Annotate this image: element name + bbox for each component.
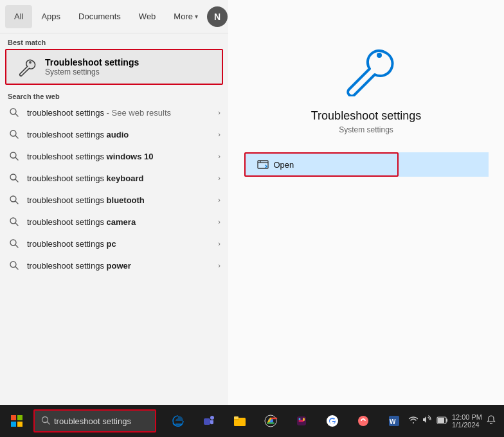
svg-line-13 xyxy=(15,223,18,226)
notification-area: 12:00 PM1/1/2024 xyxy=(408,413,501,429)
search-item-text: troubleshoot settings power xyxy=(27,261,212,271)
clock: 12:00 PM1/1/2024 xyxy=(452,413,482,429)
chevron-right-icon: › xyxy=(218,174,221,182)
tab-web[interactable]: Web xyxy=(130,5,165,28)
svg-line-3 xyxy=(15,114,18,116)
left-panel: All Apps Documents Web More ▾ N xyxy=(0,0,228,405)
chrome-icon[interactable] xyxy=(256,407,285,435)
chevron-right-icon: › xyxy=(218,262,221,269)
list-item[interactable]: troubleshoot settings camera › xyxy=(0,211,228,233)
windows-logo-icon xyxy=(10,415,23,427)
open-button-wrap: Open xyxy=(244,152,489,177)
svg-line-11 xyxy=(15,201,18,204)
svg-line-9 xyxy=(15,179,18,182)
search-item-text: troubleshoot settings pc xyxy=(27,239,212,249)
best-match-text-block: Troubleshoot settings System settings xyxy=(45,57,139,76)
teams-icon[interactable] xyxy=(195,407,223,435)
volume-icon[interactable] xyxy=(422,415,433,427)
taskbar-search-text: troubleshoot settings xyxy=(54,416,131,426)
wifi-icon[interactable] xyxy=(408,415,419,427)
svg-rect-23 xyxy=(17,422,22,427)
search-item-text: troubleshoot settings windows 10 xyxy=(27,152,212,161)
search-item-text: troubleshoot settings camera xyxy=(27,217,212,227)
taskbar-search-box[interactable]: troubleshoot settings xyxy=(33,409,156,433)
right-panel-subtitle: System settings xyxy=(339,125,393,134)
svg-point-1 xyxy=(29,61,32,64)
tab-apps[interactable]: Apps xyxy=(32,5,69,28)
taskbar-icons: W xyxy=(164,407,408,435)
list-item[interactable]: troubleshoot settings keyboard › xyxy=(0,167,228,189)
chevron-right-icon: › xyxy=(218,196,221,204)
search-web-label: Search the web xyxy=(0,89,228,102)
edge-icon[interactable] xyxy=(164,407,192,435)
start-button[interactable] xyxy=(3,407,31,435)
search-popup: All Apps Documents Web More ▾ N xyxy=(0,0,504,437)
best-match-title: Troubleshoot settings xyxy=(45,57,139,67)
chevron-right-icon: › xyxy=(218,218,221,226)
tabs-bar: All Apps Documents Web More ▾ N xyxy=(0,0,228,33)
taskbar-search-icon xyxy=(41,416,50,427)
paint-icon[interactable] xyxy=(349,407,377,435)
chevron-right-icon: › xyxy=(218,152,221,160)
search-icon xyxy=(8,237,21,250)
search-icon xyxy=(8,150,21,163)
svg-line-5 xyxy=(15,136,18,138)
svg-rect-21 xyxy=(17,415,22,420)
tab-documents[interactable]: Documents xyxy=(69,5,130,28)
svg-point-27 xyxy=(210,416,214,420)
svg-rect-42 xyxy=(438,418,444,423)
svg-point-18 xyxy=(377,53,382,58)
search-icon xyxy=(8,106,21,119)
list-item[interactable]: troubleshoot settings pc › xyxy=(0,233,228,254)
chevron-down-icon: ▾ xyxy=(195,13,198,20)
svg-line-7 xyxy=(15,157,18,160)
svg-line-25 xyxy=(48,422,50,424)
search-item-text: troubleshoot settings bluetooth xyxy=(27,195,212,205)
notifications-icon[interactable] xyxy=(486,415,496,427)
battery-icon[interactable] xyxy=(437,415,448,427)
open-icon xyxy=(257,160,269,169)
right-panel-title: Troubleshoot settings xyxy=(311,109,421,123)
svg-point-37 xyxy=(363,418,364,420)
search-icon xyxy=(8,193,21,206)
svg-line-17 xyxy=(15,267,18,269)
user-avatar[interactable]: N xyxy=(207,6,228,27)
search-icon xyxy=(8,215,21,228)
svg-text:W: W xyxy=(390,418,396,425)
svg-point-36 xyxy=(358,416,368,426)
best-match-label: Best match xyxy=(0,33,228,49)
svg-line-15 xyxy=(15,245,18,247)
search-item-text: troubleshoot settings - See web results xyxy=(27,108,212,118)
svg-point-34 xyxy=(298,418,300,420)
file-explorer-icon[interactable] xyxy=(226,407,254,435)
list-item[interactable]: troubleshoot settings power › xyxy=(0,254,228,276)
wrench-icon xyxy=(14,55,37,78)
tab-all[interactable]: All xyxy=(5,5,32,28)
svg-rect-22 xyxy=(11,422,16,427)
search-icon xyxy=(8,172,21,184)
tab-more[interactable]: More ▾ xyxy=(165,5,207,28)
chevron-right-icon: › xyxy=(218,130,221,138)
chevron-right-icon: › xyxy=(218,240,221,247)
chevron-right-icon: › xyxy=(218,109,221,116)
slack-icon[interactable] xyxy=(287,407,316,435)
google-icon[interactable] xyxy=(318,407,346,435)
svg-rect-41 xyxy=(446,419,447,422)
search-icon xyxy=(8,128,21,141)
list-item[interactable]: troubleshoot settings windows 10 › xyxy=(0,145,228,167)
list-item[interactable]: troubleshoot settings bluetooth › xyxy=(0,189,228,211)
taskbar: troubleshoot settings xyxy=(0,405,504,437)
best-match-subtitle: System settings xyxy=(45,67,139,76)
search-item-text: troubleshoot settings audio xyxy=(27,130,212,139)
svg-rect-30 xyxy=(234,416,239,419)
list-item[interactable]: troubleshoot settings - See web results … xyxy=(0,102,228,123)
svg-rect-20 xyxy=(11,415,16,420)
search-icon xyxy=(8,259,21,272)
best-match-item[interactable]: Troubleshoot settings System settings xyxy=(5,49,223,85)
open-button-extension xyxy=(399,152,489,177)
right-panel-icon xyxy=(338,39,395,99)
list-item[interactable]: troubleshoot settings audio › xyxy=(0,123,228,145)
open-button[interactable]: Open xyxy=(244,152,399,177)
wsxdn-word-icon[interactable]: W xyxy=(380,407,408,435)
search-item-text: troubleshoot settings keyboard xyxy=(27,174,212,183)
